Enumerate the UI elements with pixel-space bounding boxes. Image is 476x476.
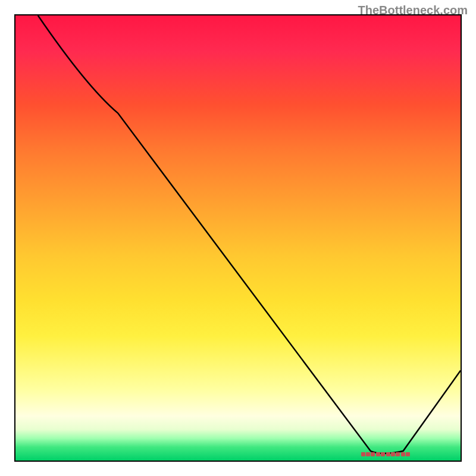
watermark-text: TheBottleneck.com — [358, 4, 468, 17]
marker-dot — [396, 452, 400, 456]
marker-dot — [401, 452, 405, 456]
marker-dot — [376, 452, 380, 456]
marker-dot — [366, 452, 370, 456]
marker-dot — [371, 452, 375, 456]
chart-line — [15, 15, 461, 461]
bottleneck-curve — [38, 15, 461, 453]
chart-area — [14, 14, 462, 462]
optimal-marker — [361, 452, 411, 456]
marker-dot — [406, 452, 410, 456]
marker-dot — [386, 452, 390, 456]
marker-dot — [361, 452, 365, 456]
marker-dot — [381, 452, 385, 456]
marker-dot — [391, 452, 395, 456]
